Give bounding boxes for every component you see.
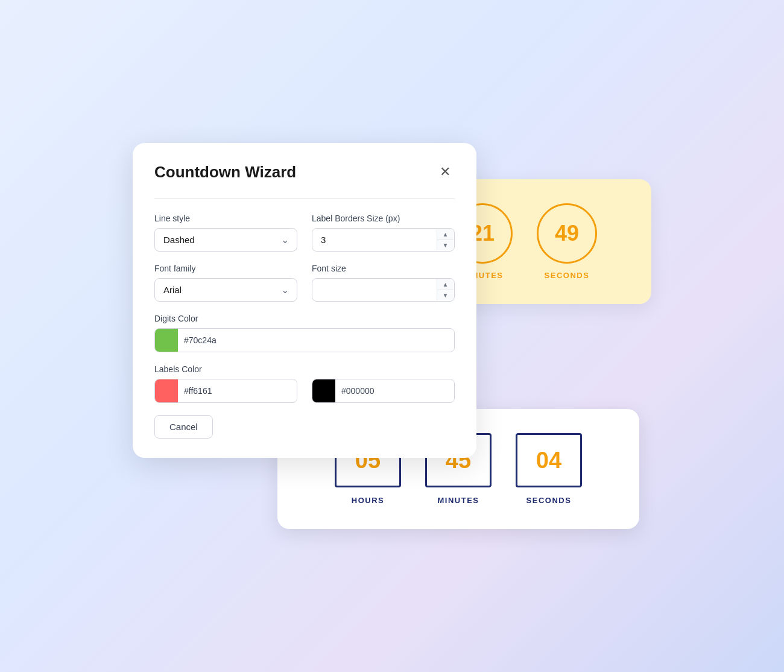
font-size-label: Font size — [312, 264, 455, 273]
font-family-label: Font family — [154, 264, 297, 273]
font-size-wrapper: ▲ ▼ — [312, 278, 455, 302]
cancel-button[interactable]: Cancel — [154, 415, 213, 439]
seconds-circle-item: 49 SECONDS — [537, 203, 597, 280]
minutes-square-label: MINUTES — [438, 496, 479, 505]
line-style-label: Line style — [154, 214, 297, 223]
labels-color-input-row — [154, 379, 297, 403]
seconds-square-label: SECONDS — [526, 496, 572, 505]
labels-color-swatch[interactable] — [155, 379, 178, 402]
spinner-up-button[interactable]: ▲ — [437, 229, 454, 239]
seconds-label: SECONDS — [545, 271, 590, 280]
border-color-hex-input[interactable] — [335, 381, 454, 401]
digits-color-label: Digits Color — [154, 314, 455, 323]
digits-color-hex-input[interactable] — [178, 331, 454, 350]
seconds-square: 04 — [516, 433, 582, 487]
border-color-field — [312, 379, 455, 403]
labels-color-hex-input[interactable] — [178, 381, 297, 401]
font-size-spinner-down[interactable]: ▼ — [437, 290, 454, 300]
font-family-select[interactable]: Arial Helvetica Times New Roman Georgia — [154, 278, 297, 302]
line-style-select-wrapper: Dashed Solid Dotted — [154, 228, 297, 252]
wizard-header: Countdown Wizard ✕ — [154, 162, 455, 182]
seconds-square-item: 04 SECONDS — [516, 433, 582, 505]
close-icon: ✕ — [440, 164, 450, 180]
wizard-title: Countdown Wizard — [154, 163, 296, 182]
labels-color-field — [154, 379, 297, 403]
close-button[interactable]: ✕ — [435, 162, 455, 182]
label-borders-size-label: Label Borders Size (px) — [312, 214, 455, 223]
seconds-digit: 49 — [555, 221, 579, 246]
labels-color-label: Labels Color — [154, 364, 455, 374]
font-row: Font family Arial Helvetica Times New Ro… — [154, 264, 455, 302]
spinner-down-button[interactable]: ▼ — [437, 239, 454, 250]
line-style-select[interactable]: Dashed Solid Dotted — [154, 228, 297, 252]
number-spinners: ▲ ▼ — [437, 229, 454, 250]
labels-color-row — [154, 379, 455, 403]
hours-square-label: HOURS — [352, 496, 384, 505]
font-size-spinners: ▲ ▼ — [437, 279, 454, 300]
seconds-circle: 49 — [537, 203, 597, 264]
line-style-group: Line style Dashed Solid Dotted — [154, 214, 297, 252]
digits-color-field — [154, 328, 455, 352]
font-size-input[interactable] — [312, 278, 455, 302]
digits-color-group: Digits Color — [154, 314, 455, 352]
wizard-panel: Countdown Wizard ✕ Line style Dashed Sol… — [133, 143, 476, 458]
font-family-select-wrapper: Arial Helvetica Times New Roman Georgia — [154, 278, 297, 302]
wizard-footer: Cancel — [154, 415, 455, 439]
header-divider — [154, 198, 455, 199]
digits-color-swatch[interactable] — [155, 329, 178, 352]
label-borders-size-wrapper: ▲ ▼ — [312, 228, 455, 252]
font-size-spinner-up[interactable]: ▲ — [437, 279, 454, 290]
font-family-group: Font family Arial Helvetica Times New Ro… — [154, 264, 297, 302]
border-color-swatch[interactable] — [312, 379, 335, 402]
border-color-input-row — [312, 379, 455, 403]
seconds-square-digit: 04 — [536, 448, 561, 474]
line-style-row: Line style Dashed Solid Dotted Label Bor… — [154, 214, 455, 252]
digits-color-row — [154, 328, 455, 352]
label-borders-size-group: Label Borders Size (px) ▲ ▼ — [312, 214, 455, 252]
labels-color-group: Labels Color — [154, 364, 455, 403]
digits-color-input-row — [154, 328, 455, 352]
font-size-group: Font size ▲ ▼ — [312, 264, 455, 302]
label-borders-size-input[interactable] — [312, 228, 455, 252]
